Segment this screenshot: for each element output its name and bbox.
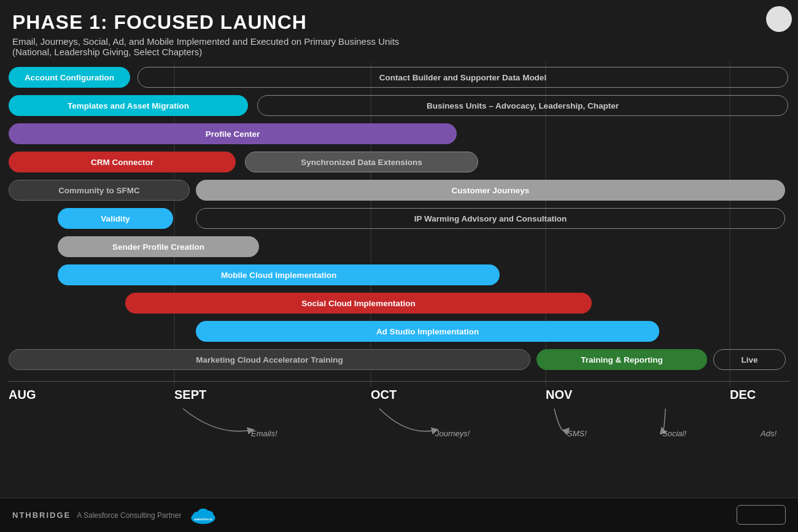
gantt-area: Account ConfigurationContact Builder and… [0, 62, 798, 442]
bar-sync-data-ext: Synchronized Data Extensions [245, 152, 478, 172]
timeline-month-oct: OCT [371, 388, 397, 402]
bottom-right-box[interactable] [737, 505, 786, 525]
phase-title: PHASE 1: FOCUSED LAUNCH [12, 11, 786, 34]
bar-sender-profile: Sender Profile Creation [58, 236, 259, 257]
gantt-rows: Account ConfigurationContact Builder and… [9, 67, 789, 380]
header: PHASE 1: FOCUSED LAUNCH Email, Journeys,… [0, 0, 798, 62]
bar-training-reporting: Training & Reporting [537, 349, 707, 370]
bar-profile-center: Profile Center [9, 123, 457, 144]
bar-mc-accelerator: Marketing Cloud Accelerator Training [9, 349, 530, 370]
bar-community-sfmc: Community to SFMC [9, 180, 190, 201]
top-right-circle [766, 6, 792, 32]
header-subtitle2: (National, Leadership Giving, Select Cha… [12, 47, 786, 57]
timeline-month-aug: AUG [9, 388, 36, 402]
salesforce-logo: salesforce [190, 506, 217, 525]
header-subtitle1: Email, Journeys, Social, Ad, and Mobile … [12, 36, 786, 47]
bar-social-cloud: Social Cloud Implementation [125, 293, 592, 314]
bar-business-units: Business Units – Advocacy, Leadership, C… [257, 95, 788, 116]
bar-ip-warming: IP Warming Advisory and Consultation [196, 208, 785, 229]
bar-contact-builder: Contact Builder and Supporter Data Model [138, 67, 788, 88]
annotation-journeys: Journeys! [435, 429, 470, 438]
footer-partner-text: A Salesforce Consulting Partner [77, 511, 181, 520]
annotation-social: Social! [662, 429, 686, 438]
footer: NTHBRIDGE A Salesforce Consulting Partne… [0, 498, 798, 532]
timeline-axis: AUGSEPTOCTNOVDEC [9, 381, 789, 406]
bar-crm-connector: CRM Connector [9, 152, 236, 172]
bar-account-config: Account Configuration [9, 67, 130, 88]
bar-templates-migration: Templates and Asset Migration [9, 95, 248, 116]
svg-text:salesforce: salesforce [195, 517, 213, 520]
annotation-sms: SMS! [567, 429, 587, 438]
timeline-month-sept: SEPT [174, 388, 206, 402]
annotation-ads: Ads! [761, 429, 777, 438]
page-container: PHASE 1: FOCUSED LAUNCH Email, Journeys,… [0, 0, 798, 532]
bar-mobile-cloud: Mobile Cloud Implementation [58, 264, 500, 285]
bar-customer-journeys: Customer Journeys [196, 180, 785, 201]
timeline-month-nov: NOV [546, 388, 572, 402]
bar-live: Live [713, 349, 786, 370]
footer-brand: NTHBRIDGE [12, 511, 71, 520]
bar-validity: Validity [58, 208, 173, 229]
annotations: Emails!Journeys!SMS!Social!Ads! [9, 406, 789, 442]
bar-ad-studio: Ad Studio Implementation [196, 321, 659, 342]
timeline-month-dec: DEC [730, 388, 756, 402]
annotation-emails: Emails! [251, 429, 277, 438]
